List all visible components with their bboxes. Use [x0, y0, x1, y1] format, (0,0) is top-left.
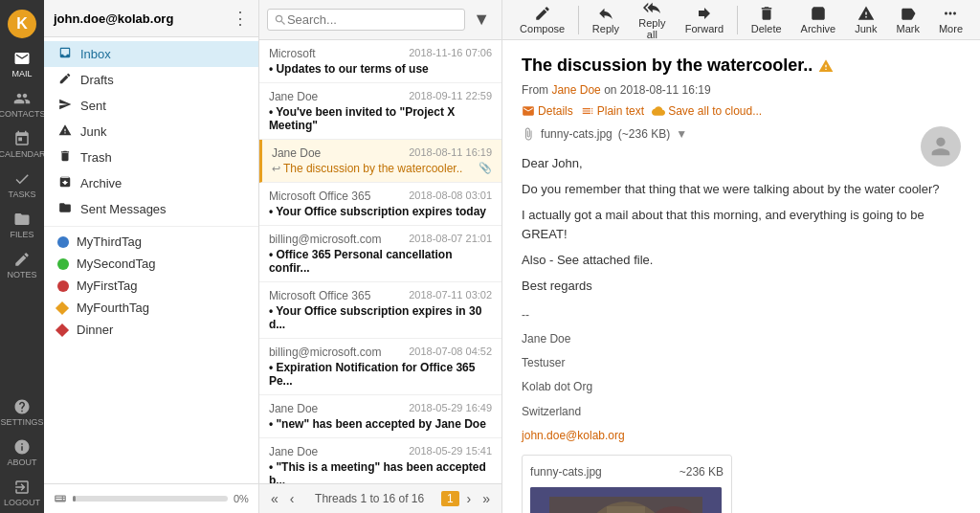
nav-label-notes: NOTES [7, 270, 36, 279]
nav-item-files[interactable]: FILES [0, 205, 44, 245]
page-first-button[interactable]: « [267, 489, 282, 508]
email-list-item[interactable]: Microsoft Office 365 2018-07-11 03:02 • … [259, 282, 501, 339]
delete-button[interactable]: Delete [744, 1, 790, 38]
cloud-icon [652, 104, 665, 118]
svg-rect-5 [607, 506, 645, 513]
folder-archive-label: Archive [80, 176, 122, 190]
email-list-item[interactable]: Microsoft 2018-11-16 07:06 • Updates to … [259, 40, 501, 83]
email-date: 2018-09-11 22:59 [409, 90, 492, 103]
from-name[interactable]: Jane Doe [551, 83, 600, 97]
nav-item-logout[interactable]: LOGOUT [0, 473, 44, 513]
page-prev-button[interactable]: ‹ [286, 489, 299, 508]
forward-button[interactable]: Forward [678, 1, 731, 38]
nav-item-tasks[interactable]: TASKS [0, 165, 44, 205]
search-input[interactable] [287, 12, 458, 27]
compose-button[interactable]: Compose [512, 1, 572, 38]
reply-button[interactable]: Reply [585, 1, 627, 38]
reply-all-button[interactable]: Reply all [631, 0, 674, 44]
email-sender: Jane Doe [269, 90, 318, 103]
tag-myfirsttag[interactable]: MyFirstTag [44, 275, 258, 297]
folder-archive[interactable]: Archive [44, 170, 258, 196]
email-list-item[interactable]: billing@microsoft.com 2018-08-07 21:01 •… [259, 226, 501, 282]
sig-email: john.doe@kolab.org [522, 427, 961, 445]
folder-inbox[interactable]: Inbox [44, 41, 258, 67]
sig-title: Testuser [522, 354, 961, 372]
sender-avatar [921, 126, 961, 167]
nav-item-calendar[interactable]: CALENDAR [0, 124, 44, 165]
app-logo: K [8, 10, 36, 38]
email-list-item[interactable]: Microsoft Office 365 2018-08-08 03:01 • … [259, 183, 501, 226]
email-date: 2018-11-16 07:06 [409, 47, 492, 60]
current-page[interactable]: 1 [441, 491, 459, 506]
email-list-item[interactable]: Jane Doe 2018-08-11 16:19 ↩ The discussi… [259, 140, 501, 183]
tag-label-mysecondtag: MySecondTag [77, 256, 155, 271]
nav-item-mail[interactable]: MAIL [0, 44, 44, 84]
folder-sent[interactable]: Sent [44, 93, 258, 119]
nav-label-files: FILES [10, 230, 33, 239]
body-regards: Best regards [522, 277, 961, 297]
nav-item-about[interactable]: ABOUT [0, 433, 44, 473]
archive-icon [57, 175, 73, 191]
attachment-size: (~236 KB) [618, 127, 670, 141]
tag-mythirdtag[interactable]: MyThirdTag [44, 231, 258, 253]
plain-text-link[interactable]: Plain text [581, 104, 644, 118]
attachment-dropdown[interactable]: ▼ [676, 127, 687, 141]
nav-label-tasks: TASKS [9, 190, 36, 199]
tag-dot-dinner [56, 323, 69, 336]
email-list-panel: ▼ Microsoft 2018-11-16 07:06 • Updates t… [259, 0, 502, 513]
nav-item-settings[interactable]: SETTINGS [0, 392, 44, 433]
nav-item-contacts[interactable]: CONTACTS [0, 84, 44, 124]
email-subject-item: • Updates to our terms of use [269, 62, 492, 76]
folder-icon [57, 201, 73, 217]
tag-dot-myfourthtag [56, 301, 69, 314]
email-subject-item: • Your Office subscription expires in 30… [269, 304, 492, 331]
save-cloud-link[interactable]: Save all to cloud... [652, 104, 762, 118]
avatar [921, 126, 961, 167]
plain-text-label: Plain text [597, 104, 644, 118]
page-last-button[interactable]: » [479, 489, 494, 508]
search-icon [274, 13, 287, 27]
list-options-button[interactable]: ▼ [469, 8, 494, 32]
mark-label: Mark [897, 23, 920, 34]
save-cloud-label: Save all to cloud... [668, 104, 762, 118]
attachment-bar: funny-cats.jpg (~236 KB) ▼ [522, 127, 961, 141]
tag-dinner[interactable]: Dinner [44, 319, 258, 341]
page-next-button[interactable]: › [463, 489, 476, 508]
email-subject-item: • Expiration Notification for Office 365… [269, 361, 492, 388]
body-paragraph-2: I actually got a mail about that this mo… [522, 206, 961, 246]
archive-button[interactable]: Archive [793, 1, 844, 38]
nav-item-notes[interactable]: NOTES [0, 245, 44, 285]
folder-drafts[interactable]: Drafts [44, 67, 258, 93]
junk-button[interactable]: Junk [847, 1, 884, 38]
tag-myfourthtag[interactable]: MyFourthTag [44, 297, 258, 319]
email-list-item[interactable]: billing@microsoft.com 2018-07-08 04:52 •… [259, 339, 501, 395]
folder-drafts-label: Drafts [80, 73, 114, 87]
mark-button[interactable]: Mark [889, 1, 927, 38]
email-view-panel: Compose Reply Reply all Forward Delete A… [502, 0, 980, 513]
account-panel: john.doe@kolab.org ⋮ Inbox Drafts Sent [44, 0, 259, 513]
folder-junk[interactable]: Junk [44, 119, 258, 145]
email-list-item[interactable]: Jane Doe 2018-05-29 15:41 • "This is a m… [259, 438, 501, 483]
tag-mysecondtag[interactable]: MySecondTag [44, 253, 258, 275]
email-icon [522, 104, 535, 118]
details-link[interactable]: Details [522, 104, 573, 118]
details-label: Details [538, 104, 573, 118]
email-sender: Jane Doe [269, 445, 318, 458]
folder-trash[interactable]: Trash [44, 145, 258, 170]
folder-inbox-label: Inbox [80, 47, 111, 61]
account-menu-button[interactable]: ⋮ [232, 8, 249, 29]
inbox-icon [57, 46, 73, 62]
email-sender: Jane Doe [269, 402, 318, 415]
email-view-toolbar: Compose Reply Reply all Forward Delete A… [502, 0, 980, 40]
search-input-wrap[interactable] [267, 9, 465, 31]
email-list-item[interactable]: Jane Doe 2018-05-29 16:49 • "new" has be… [259, 395, 501, 438]
folder-sent-messages[interactable]: Sent Messages [44, 196, 258, 222]
storage-bar-fill [73, 496, 76, 502]
email-date: 2018-07-11 03:02 [409, 289, 492, 302]
attachment-preview-size: ~236 KB [679, 463, 724, 481]
email-subject-item: • Office 365 Personal cancellation confi… [269, 248, 492, 275]
more-button[interactable]: More [931, 1, 970, 38]
email-meta-actions: Details Plain text Save all to cloud... [522, 104, 961, 118]
email-sender: Microsoft Office 365 [269, 190, 371, 203]
email-list-item[interactable]: Jane Doe 2018-09-11 22:59 • You've been … [259, 83, 501, 140]
